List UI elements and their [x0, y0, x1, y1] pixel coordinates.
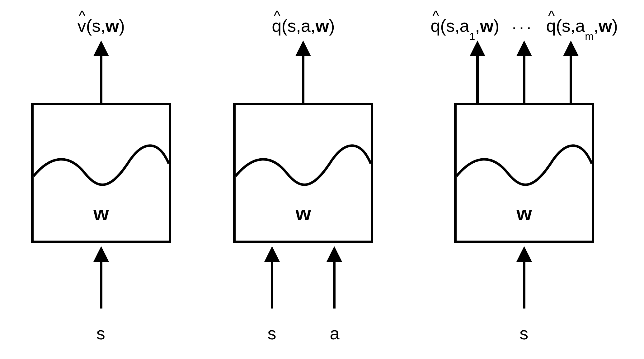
panel-action-value: q(s,a,w) w s a — [210, 16, 397, 343]
svg-marker-13 — [516, 41, 532, 56]
wave-curve — [34, 136, 169, 198]
input-label-s: s — [267, 323, 276, 343]
param-label: w — [34, 202, 169, 225]
input-arrow-s — [260, 246, 284, 309]
output-arrow — [89, 41, 114, 103]
diagram-container: v(s,w) w s q(s,a,w) — [0, 16, 644, 343]
svg-marker-15 — [563, 41, 579, 56]
input-arrow-s — [89, 246, 114, 309]
fn-q: q — [272, 16, 281, 36]
panel-action-value-multi: q(s,a1,w) ··· q(s,am,w) w s — [412, 16, 636, 343]
function-box: w — [454, 103, 594, 243]
param-label: w — [457, 202, 592, 225]
input-label-a: a — [330, 323, 339, 343]
output-arrow-2 — [512, 41, 537, 103]
svg-marker-11 — [470, 41, 485, 56]
output-arrow-3 — [558, 41, 583, 103]
svg-marker-17 — [516, 246, 532, 262]
output-arrow-1 — [465, 41, 490, 103]
output-label-q: q(s,a,w) — [210, 16, 397, 36]
svg-marker-5 — [295, 41, 311, 56]
input-label-s: s — [519, 323, 528, 343]
svg-marker-9 — [327, 246, 342, 262]
svg-marker-3 — [93, 246, 109, 262]
wave-curve — [236, 136, 371, 198]
input-arrow-s — [512, 246, 537, 309]
input-label-s: s — [96, 323, 105, 343]
wave-curve — [457, 136, 592, 198]
panel-state-value: v(s,w) w s — [8, 16, 195, 343]
svg-marker-1 — [93, 41, 109, 56]
input-arrow-a — [322, 246, 347, 309]
output-q-am: q(s,am,w) — [546, 16, 618, 38]
param-label: w — [236, 202, 371, 225]
output-dots: ··· — [512, 17, 534, 37]
output-label-multi: q(s,a1,w) ··· q(s,am,w) — [406, 16, 642, 38]
fn-v: v — [78, 16, 86, 36]
output-q-a1: q(s,a1,w) — [430, 16, 499, 38]
svg-marker-7 — [264, 246, 280, 262]
output-arrow — [291, 41, 316, 103]
output-label-v: v(s,w) — [8, 16, 195, 36]
function-box: w — [233, 103, 373, 243]
function-box: w — [31, 103, 171, 243]
